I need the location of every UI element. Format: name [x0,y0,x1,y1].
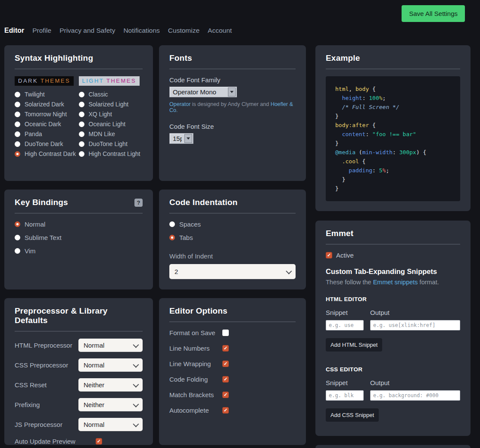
radio-option[interactable]: Tabs [169,234,296,241]
radio-option[interactable]: Tomorrow Night [15,111,79,118]
radio-option[interactable]: Oceanic Light [79,121,143,128]
settings-tab[interactable]: Privacy and Safety [59,27,115,34]
radio-option-label[interactable]: Classic [89,91,108,98]
radio-option[interactable]: Spaces [169,221,296,228]
editor-option-checkbox[interactable] [222,376,229,383]
preprocessor-panel: Preprocessor & Library Defaults HTML Pre… [4,298,153,445]
radio-option-label[interactable]: Oceanic Light [89,121,126,128]
radio-icon[interactable] [79,92,84,97]
radio-option[interactable]: Solarized Dark [15,101,79,108]
preprocessor-row-label: Prefixing [15,401,40,408]
radio-option[interactable]: Classic [79,91,143,98]
editor-option-checkbox[interactable] [222,407,229,414]
radio-option-label[interactable]: Solarized Light [89,101,129,108]
preprocessor-select[interactable]: Normal [78,358,143,372]
save-all-settings-button[interactable]: Save All Settings [402,5,465,22]
dropdown-arrow-icon [184,134,192,143]
radio-option-label[interactable]: Solarized Dark [25,101,64,108]
radio-option-label[interactable]: MDN Like [89,131,115,137]
radio-option[interactable]: Sublime Text [15,234,143,241]
radio-icon[interactable] [79,141,84,147]
radio-option-label[interactable]: DuoTone Dark [25,140,63,147]
preprocessor-select[interactable]: Normal [78,339,143,352]
auto-update-preview-checkbox[interactable] [96,438,102,445]
radio-option[interactable]: Twilight [15,91,79,98]
width-of-indent-select[interactable]: 2 [169,264,296,279]
editor-option-checkbox[interactable] [222,361,229,367]
radio-option[interactable]: Normal [15,221,143,228]
editor-option-checkbox[interactable] [222,392,229,398]
code-font-family-select[interactable]: Operator Mono [169,87,237,97]
settings-tab[interactable]: Profile [32,27,51,34]
radio-icon[interactable] [15,112,20,117]
emmet-active-label[interactable]: Active [336,252,354,259]
css-output-input[interactable] [370,390,460,401]
partial-next-panel [315,445,471,448]
preprocessor-select[interactable]: Neither [78,398,143,411]
radio-option-label[interactable]: Vim [25,247,36,255]
settings-tab[interactable]: Account [208,27,232,34]
radio-option-label[interactable]: Normal [25,221,45,228]
html-output-input[interactable] [370,320,460,330]
radio-icon[interactable] [79,131,84,137]
preprocessor-select-value: Normal [84,421,104,428]
code-indentation-panel: Code Indentation Spaces Tabs Width of In… [159,190,306,289]
radio-option-label[interactable]: Sublime Text [25,234,62,241]
emmet-active-checkbox[interactable] [326,252,332,258]
radio-icon[interactable] [15,92,20,97]
radio-icon[interactable] [79,121,84,127]
radio-option[interactable]: Panda [15,131,79,137]
radio-icon[interactable] [169,235,175,240]
radio-option[interactable]: High Contrast Dark [15,150,79,157]
syntax-highlighting-panel: Syntax Highlighting DARK THEMES Twilight… [4,45,153,181]
radio-icon[interactable] [169,221,175,227]
operator-link[interactable]: Operator [169,101,190,107]
editor-option-checkbox[interactable] [222,330,229,336]
radio-option-label[interactable]: High Contrast Light [89,150,140,157]
radio-option-label[interactable]: DuoTone Light [89,140,128,147]
add-html-snippet-button[interactable]: Add HTML Snippet [326,338,382,352]
radio-icon[interactable] [79,151,84,157]
preprocessor-select[interactable]: Normal [78,418,143,431]
settings-tab[interactable]: Customize [168,27,199,34]
radio-option-label[interactable]: Tomorrow Night [25,111,67,118]
radio-option-label[interactable]: Tabs [179,234,193,241]
radio-option[interactable]: Oceanic Dark [15,121,79,128]
radio-option[interactable]: XQ Light [79,111,143,118]
radio-icon[interactable] [79,112,84,117]
radio-icon[interactable] [15,151,20,157]
radio-icon[interactable] [15,121,20,127]
css-snippet-input[interactable] [326,390,364,401]
settings-tab[interactable]: Notifications [123,27,159,34]
radio-option-label[interactable]: Twilight [25,91,45,98]
divider [15,331,143,332]
radio-icon[interactable] [15,235,20,240]
radio-icon[interactable] [15,141,20,147]
radio-option[interactable]: Solarized Light [79,101,143,108]
html-snippet-input[interactable] [326,320,364,330]
emmet-snippets-link[interactable]: Emmet snippets [373,279,418,286]
settings-tab[interactable]: Editor [4,27,24,34]
dropdown-arrow-icon [228,87,236,96]
radio-option[interactable]: High Contrast Light [79,150,143,157]
radio-option-label[interactable]: High Contrast Dark [25,150,76,157]
radio-option[interactable]: DuoTone Light [79,140,143,147]
radio-icon[interactable] [15,102,20,107]
code-font-size-select[interactable]: 15px [169,133,193,144]
radio-icon[interactable] [15,131,20,137]
radio-option-label[interactable]: Panda [25,131,42,137]
radio-option[interactable]: Vim [15,247,143,255]
radio-icon[interactable] [79,102,84,107]
help-icon[interactable]: ? [134,199,143,207]
radio-option-label[interactable]: Oceanic Dark [25,121,61,128]
editor-option-checkbox[interactable] [222,345,229,352]
preprocessor-select[interactable]: Neither [78,378,143,392]
divider [15,68,143,69]
radio-icon[interactable] [15,248,20,254]
radio-option[interactable]: DuoTone Dark [15,140,79,147]
radio-option[interactable]: MDN Like [79,131,143,137]
radio-icon[interactable] [15,221,20,227]
radio-option-label[interactable]: Spaces [179,221,201,228]
radio-option-label[interactable]: XQ Light [89,111,112,118]
add-css-snippet-button[interactable]: Add CSS Snippet [326,408,379,422]
